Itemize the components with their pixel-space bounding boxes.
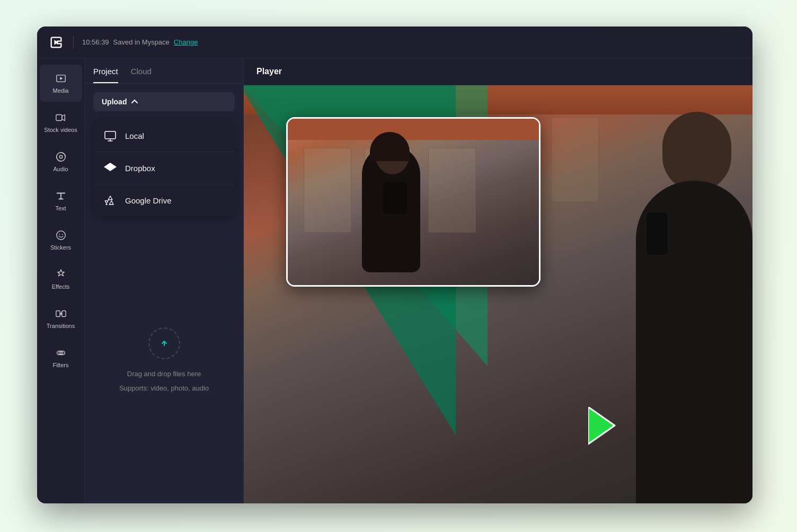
text-icon bbox=[55, 190, 67, 202]
right-person-area bbox=[551, 85, 752, 503]
upload-button[interactable]: Upload bbox=[93, 92, 235, 111]
player-title: Player bbox=[256, 67, 282, 76]
upload-option-local[interactable]: Local bbox=[93, 120, 235, 152]
app-window: 10:56:39 Saved in Myspace Change Media bbox=[37, 26, 752, 503]
sidebar-label-stickers: Stickers bbox=[50, 244, 71, 251]
sidebar: Media Stock videos Audio bbox=[37, 58, 85, 503]
sidebar-label-transitions: Transitions bbox=[47, 323, 75, 329]
svg-point-6 bbox=[59, 234, 60, 235]
sidebar-item-media[interactable]: Media bbox=[40, 65, 82, 102]
save-status: Saved in Myspace bbox=[113, 38, 170, 46]
preview-door-1 bbox=[304, 148, 351, 233]
sidebar-label-audio: Audio bbox=[53, 166, 68, 172]
sidebar-label-stock: Stock videos bbox=[44, 127, 77, 133]
preview-top-bar bbox=[288, 119, 539, 140]
upload-dropdown: Local Dropbox Google Drive bbox=[93, 120, 235, 216]
upload-gdrive-label: Google Drive bbox=[125, 196, 172, 205]
sidebar-label-filters: Filters bbox=[53, 362, 69, 368]
sidebar-item-filters[interactable]: Filters bbox=[40, 339, 82, 376]
audio-icon bbox=[55, 151, 67, 163]
svg-rect-13 bbox=[105, 131, 116, 139]
transitions-icon bbox=[55, 308, 67, 320]
green-cursor-arrow bbox=[588, 407, 636, 448]
tab-project[interactable]: Project bbox=[93, 67, 118, 83]
upload-dropbox-label: Dropbox bbox=[125, 164, 155, 173]
google-drive-icon bbox=[104, 194, 117, 207]
cursor-arrow-container bbox=[588, 407, 636, 450]
svg-point-7 bbox=[61, 234, 63, 235]
upload-local-label: Local bbox=[125, 131, 144, 140]
sidebar-item-transitions[interactable]: Transitions bbox=[40, 300, 82, 337]
save-time: 10:56:39 bbox=[82, 38, 109, 46]
app-logo bbox=[48, 34, 65, 51]
sidebar-label-media: Media bbox=[53, 87, 69, 94]
sidebar-label-effects: Effects bbox=[52, 283, 69, 290]
save-info: 10:56:39 Saved in Myspace Change bbox=[82, 38, 198, 46]
supports-text: Supports: video, photo, audio bbox=[119, 384, 209, 392]
computer-icon bbox=[104, 129, 117, 142]
sidebar-item-text[interactable]: Text bbox=[40, 182, 82, 219]
preview-card bbox=[286, 117, 541, 287]
sidebar-item-effects[interactable]: Effects bbox=[40, 261, 82, 298]
drop-icon-container bbox=[148, 327, 180, 359]
svg-point-4 bbox=[59, 155, 63, 158]
sidebar-item-stickers[interactable]: Stickers bbox=[40, 221, 82, 259]
dropbox-icon bbox=[104, 162, 117, 174]
upload-option-gdrive[interactable]: Google Drive bbox=[93, 184, 235, 216]
sticker-icon bbox=[55, 229, 67, 241]
media-icon bbox=[55, 73, 67, 84]
svg-rect-9 bbox=[61, 311, 65, 317]
right-person-head bbox=[662, 112, 731, 191]
preview-door-3 bbox=[428, 148, 476, 233]
chevron-up-icon bbox=[131, 98, 138, 105]
tab-cloud[interactable]: Cloud bbox=[131, 67, 152, 83]
svg-marker-14 bbox=[588, 407, 615, 444]
player-header: Player bbox=[244, 58, 752, 85]
drop-text: Drag and drop files here bbox=[127, 370, 201, 378]
player-content bbox=[244, 85, 752, 503]
panel-tabs: Project Cloud bbox=[85, 58, 243, 84]
svg-rect-8 bbox=[56, 311, 59, 317]
effects-icon bbox=[55, 269, 67, 280]
sidebar-label-text: Text bbox=[55, 205, 66, 211]
sidebar-item-stock-videos[interactable]: Stock videos bbox=[40, 104, 82, 141]
preview-inner bbox=[288, 119, 539, 285]
svg-point-5 bbox=[56, 231, 65, 240]
main-layout: Media Stock videos Audio bbox=[37, 58, 752, 503]
drop-zone[interactable]: Drag and drop files here Supports: video… bbox=[85, 216, 243, 503]
player-area: Player bbox=[244, 58, 752, 503]
change-link[interactable]: Change bbox=[174, 38, 198, 46]
right-subway-door bbox=[551, 117, 599, 202]
top-bar: 10:56:39 Saved in Myspace Change bbox=[37, 26, 752, 58]
filters-icon bbox=[55, 347, 67, 359]
sidebar-item-audio[interactable]: Audio bbox=[40, 143, 82, 180]
middle-panel: Project Cloud Upload Local bbox=[85, 58, 244, 503]
right-backpack bbox=[647, 212, 668, 255]
preview-backpack bbox=[383, 182, 407, 214]
svg-marker-1 bbox=[60, 77, 63, 80]
svg-rect-2 bbox=[56, 115, 61, 121]
upload-arrow-icon bbox=[158, 337, 171, 350]
stock-icon bbox=[55, 112, 67, 123]
upload-option-dropbox[interactable]: Dropbox bbox=[93, 152, 235, 184]
header-divider bbox=[73, 36, 74, 49]
